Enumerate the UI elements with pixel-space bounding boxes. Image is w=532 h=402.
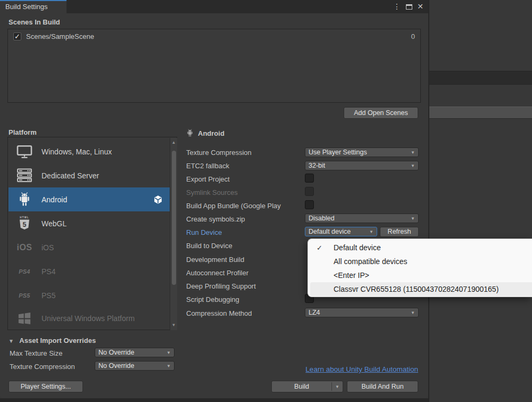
platform-item-label: Android (41, 195, 67, 204)
autoconnect-profiler-label: Autoconnect Profiler (186, 269, 304, 277)
close-icon[interactable]: ✕ (415, 0, 425, 13)
scene-index: 0 (411, 32, 415, 40)
development-build-label: Development Build (186, 256, 304, 264)
override-texture-compression-label: Texture Compression (10, 363, 75, 371)
compression-method-dropdown[interactable]: LZ4 ▼ (305, 308, 419, 317)
scrollbar-thumb[interactable] (172, 151, 176, 285)
create-symbols-label: Create symbols.zip (186, 215, 304, 223)
menu-item-default-device[interactable]: ✓ Default device (310, 241, 532, 255)
chevron-down-icon: ▼ (411, 163, 415, 168)
compression-method-label: Compression Method (186, 309, 304, 317)
scenes-list[interactable]: ✓ Scenes/SampleScene 0 (7, 29, 421, 103)
run-device-popup-menu: ✓ Default device All compatible devices … (307, 239, 532, 297)
platform-item-windows-mac-linux[interactable]: Windows, Mac, Linux (9, 140, 170, 163)
etc2-fallback-dropdown[interactable]: 32-bit ▼ (305, 161, 419, 170)
platform-item-label: iOS (41, 243, 54, 252)
platform-item-android[interactable]: Android (9, 187, 170, 211)
scenes-in-build-header: Scenes In Build (9, 18, 60, 26)
platform-item-ios[interactable]: iOS iOS (9, 235, 170, 259)
windows-icon (14, 311, 35, 325)
run-device-label: Run Device (186, 228, 304, 236)
learn-build-automation-link[interactable]: Learn about Unity Build Automation (305, 365, 418, 373)
build-app-bundle-label: Build App Bundle (Google Play (186, 202, 304, 210)
menu-item-classvr-device[interactable]: Classvr CVR655128 (115004370282407190016… (310, 282, 532, 296)
svg-text:5: 5 (23, 220, 27, 228)
platform-header: Platform (9, 128, 37, 136)
build-settings-window: Build Settings ⋮ ✕ Scenes In Build ✓ Sce… (0, 0, 428, 398)
texture-compression-dropdown[interactable]: Use Player Settings ▼ (305, 147, 419, 157)
player-settings-button[interactable]: Player Settings... (9, 381, 83, 392)
check-icon: ✓ (310, 244, 334, 252)
build-and-run-button[interactable]: Build And Run (347, 381, 418, 392)
chevron-down-icon: ▼ (369, 229, 373, 234)
monitor-icon (14, 145, 35, 159)
window-menu-icon[interactable]: ⋮ (392, 0, 402, 13)
svg-text:HTML: HTML (20, 216, 29, 219)
platform-item-label: Dedicated Server (41, 171, 99, 180)
server-icon (14, 168, 35, 183)
tab-title: Build Settings (5, 3, 48, 11)
android-settings-header: Android (198, 129, 225, 137)
override-texture-compression-dropdown[interactable]: No Override ▼ (95, 361, 174, 371)
ps4-icon: PS4 (14, 268, 35, 275)
scene-name: Scenes/SampleScene (26, 32, 411, 40)
platform-item-label: Universal Windows Platform (41, 314, 135, 323)
chevron-down-icon: ▼ (411, 310, 415, 315)
build-button-label[interactable]: Build (272, 381, 331, 392)
android-header-icon (186, 129, 194, 137)
build-to-device-label: Build to Device (186, 242, 304, 250)
scene-checkbox[interactable]: ✓ (13, 32, 21, 40)
script-debugging-label: Script Debugging (186, 296, 304, 303)
deep-profiling-label: Deep Profiling Support (186, 282, 304, 290)
unity-logo-icon (153, 194, 163, 205)
create-symbols-dropdown[interactable]: Disabled ▼ (305, 214, 419, 223)
maximize-icon[interactable] (406, 4, 412, 10)
add-open-scenes-button[interactable]: Add Open Scenes (344, 107, 418, 119)
run-device-dropdown[interactable]: Default device ▼ (305, 227, 377, 236)
build-dropdown-arrow-icon[interactable]: ▼ (332, 384, 343, 389)
editor-background (428, 0, 532, 402)
asset-import-overrides-foldout[interactable]: ▼ Asset Import Overrides (9, 335, 96, 345)
platform-item-label: PS5 (41, 291, 55, 300)
symlink-sources-checkbox (305, 187, 314, 196)
platform-item-ps4[interactable]: PS4 PS4 (9, 259, 170, 283)
platform-item-webgl[interactable]: HTML5 WebGL (9, 211, 170, 235)
chevron-down-icon: ▼ (167, 364, 171, 368)
platform-list: Windows, Mac, Linux Dedicated Server And… (7, 137, 177, 330)
max-texture-size-label: Max Texture Size (10, 349, 62, 357)
platform-item-label: PS4 (41, 267, 55, 276)
asset-import-overrides-header: Asset Import Overrides (19, 337, 96, 344)
ios-icon: iOS (14, 243, 35, 252)
scroll-up-icon[interactable]: ▲ (170, 139, 177, 146)
background-dark-band (429, 71, 532, 85)
tab-build-settings[interactable]: Build Settings (0, 0, 66, 13)
window-bottom-shadow (0, 398, 428, 402)
build-button[interactable]: Build ▼ (271, 381, 343, 392)
background-light-band (429, 106, 532, 119)
android-icon (14, 192, 35, 207)
menu-item-enter-ip[interactable]: <Enter IP> (310, 268, 532, 282)
export-project-label: Export Project (186, 175, 304, 183)
platform-item-ps5[interactable]: PS5 PS5 (9, 283, 170, 307)
platform-item-label: Windows, Mac, Linux (41, 147, 112, 156)
ps5-icon: PS5 (14, 292, 35, 299)
platform-scrollbar[interactable]: ▲ ▼ (170, 138, 177, 330)
chevron-down-icon: ▼ (411, 150, 415, 155)
export-project-checkbox[interactable] (305, 174, 314, 183)
build-app-bundle-checkbox[interactable] (305, 200, 314, 209)
platform-item-label: WebGL (41, 219, 66, 228)
max-texture-size-dropdown[interactable]: No Override ▼ (95, 348, 174, 357)
chevron-down-icon: ▼ (167, 350, 171, 355)
scene-row[interactable]: ✓ Scenes/SampleScene 0 (9, 30, 420, 43)
html5-icon: HTML5 (14, 216, 35, 232)
platform-item-uwp[interactable]: Universal Windows Platform (9, 307, 170, 330)
texture-compression-label: Texture Compression (186, 149, 304, 157)
scroll-down-icon[interactable]: ▼ (170, 322, 177, 329)
platform-item-dedicated-server[interactable]: Dedicated Server (9, 163, 170, 187)
chevron-down-icon: ▼ (411, 216, 415, 221)
menu-item-all-compatible-devices[interactable]: All compatible devices (310, 255, 532, 268)
refresh-button[interactable]: Refresh (380, 227, 419, 237)
symlink-sources-label: Symlink Sources (186, 188, 304, 196)
foldout-arrow-icon: ▼ (9, 338, 14, 344)
window-titlebar: Build Settings ⋮ ✕ (0, 0, 428, 13)
